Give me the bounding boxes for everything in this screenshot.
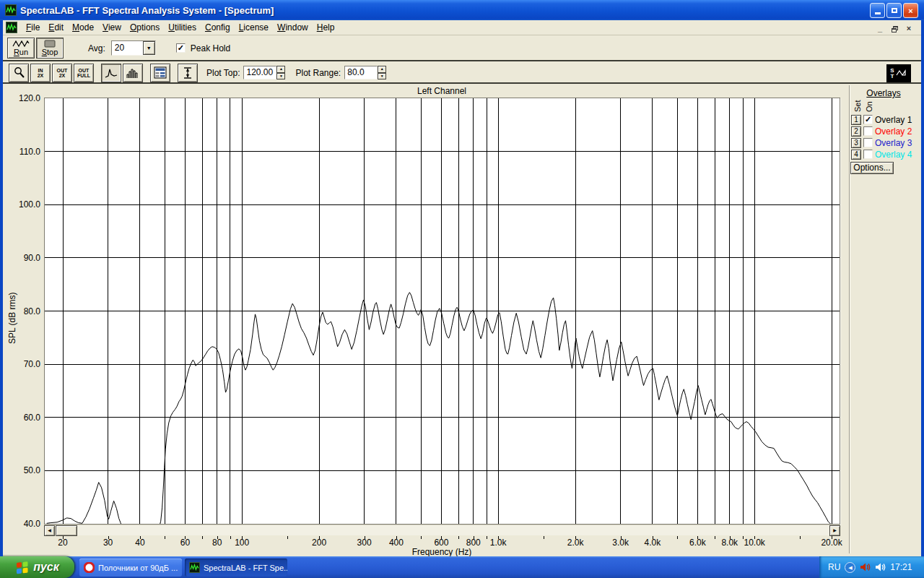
task-label: Полочники от 90дБ ... bbox=[98, 564, 178, 572]
taskbar: пуск Полочники от 90дБ ... SpectraLAB - … bbox=[0, 556, 924, 578]
y-tick-label: 70.0 bbox=[6, 359, 40, 369]
clock: 17:21 bbox=[890, 562, 912, 572]
check-icon: ✓ bbox=[178, 43, 184, 52]
spectrum-chart bbox=[45, 98, 840, 524]
overlay-row: 1 ✓ Overlay 1 bbox=[851, 114, 912, 125]
overlay-3-label: Overlay 3 bbox=[875, 138, 912, 148]
overlay-4-label: Overlay 4 bbox=[875, 150, 912, 160]
scroll-left-button[interactable]: ◀ bbox=[44, 525, 55, 536]
chevron-down-icon[interactable]: ▼ bbox=[143, 41, 155, 55]
speaker-icon[interactable] bbox=[875, 562, 886, 572]
overlay-4-checkbox[interactable] bbox=[863, 150, 873, 159]
menu-utilities[interactable]: Utilities bbox=[164, 21, 201, 34]
desktop: SpectraLAB - FFT Spectral Analysis Syste… bbox=[0, 0, 924, 578]
avg-value: 20 bbox=[112, 41, 143, 55]
overlay-2-checkbox[interactable] bbox=[863, 126, 873, 136]
taskbar-item-browser[interactable]: Полочники от 90дБ ... bbox=[79, 558, 182, 577]
avg-combobox[interactable]: 20 ▼ bbox=[111, 40, 156, 56]
x-tick-label: 20 bbox=[41, 538, 84, 548]
transport-toolbar: Run Stop Avg: 20 ▼ ✓ Peak Hold bbox=[3, 36, 921, 61]
app-icon bbox=[5, 4, 17, 16]
line-plot-view-button[interactable] bbox=[101, 64, 121, 82]
title-bar[interactable]: SpectraLAB - FFT Spectral Analysis Syste… bbox=[0, 0, 924, 20]
window-title: SpectraLAB - FFT Spectral Analysis Syste… bbox=[20, 5, 274, 16]
menu-help[interactable]: Help bbox=[313, 21, 339, 34]
zoom-out-full-button[interactable]: OUT FULL bbox=[74, 64, 94, 82]
overlay-options-button[interactable]: Options... bbox=[850, 162, 894, 174]
overlay-4-set-button[interactable]: 4 bbox=[851, 150, 861, 160]
spin-down-icon[interactable]: ▼ bbox=[378, 73, 386, 80]
spectralab-window: SpectraLAB - FFT Spectral Analysis Syste… bbox=[0, 0, 924, 556]
volume-app-icon[interactable] bbox=[860, 562, 871, 572]
zoom-button[interactable] bbox=[9, 64, 29, 82]
zoom-out-2x-button[interactable]: OUT 2X bbox=[52, 64, 72, 82]
maximize-button[interactable] bbox=[886, 3, 902, 18]
spectrum-plot[interactable] bbox=[44, 98, 840, 525]
plot-range-spinner[interactable]: ▲▼ bbox=[378, 66, 386, 79]
y-tick-label: 110.0 bbox=[6, 147, 40, 157]
menu-window[interactable]: Window bbox=[273, 21, 313, 34]
start-label: пуск bbox=[33, 561, 59, 574]
x-axis-label: Frequency (Hz) bbox=[334, 547, 550, 557]
stop-button[interactable]: Stop bbox=[36, 38, 64, 59]
mdi-minimize-button[interactable]: _ bbox=[875, 23, 885, 33]
menu-mode[interactable]: Mode bbox=[68, 21, 98, 34]
overlay-1-set-button[interactable]: 1 bbox=[851, 115, 861, 125]
stop-icon bbox=[41, 40, 58, 48]
overlay-2-label: Overlay 2 bbox=[875, 126, 912, 137]
overlay-2-set-button[interactable]: 2 bbox=[851, 126, 861, 137]
menu-file[interactable]: File bbox=[22, 21, 44, 34]
x-tick-mark bbox=[287, 536, 288, 539]
menu-view[interactable]: View bbox=[98, 21, 126, 34]
menu-options[interactable]: Options bbox=[126, 21, 164, 34]
spin-down-icon[interactable]: ▼ bbox=[276, 73, 285, 80]
mdi-close-button[interactable]: × bbox=[904, 23, 914, 33]
arrow-right-icon: ▶ bbox=[833, 528, 837, 532]
menu-edit[interactable]: Edit bbox=[44, 21, 68, 34]
plot-toolbar: IN 2X OUT 2X OUT FULL Plot bbox=[3, 63, 921, 84]
zoom-in-2x-button[interactable]: IN 2X bbox=[30, 64, 51, 82]
scale-range-button[interactable] bbox=[178, 64, 198, 82]
display-settings-button[interactable] bbox=[150, 64, 170, 82]
bar-plot-view-button[interactable] bbox=[123, 64, 143, 82]
x-tick-label: 20.0k bbox=[810, 538, 853, 548]
overlay-row: 2 Overlay 2 bbox=[851, 126, 912, 137]
scroll-right-button[interactable]: ▶ bbox=[829, 525, 840, 536]
run-button[interactable]: Run bbox=[7, 38, 35, 59]
scrollbar-thumb[interactable] bbox=[56, 525, 77, 536]
plot-top-spinner[interactable]: ▲▼ bbox=[276, 66, 285, 79]
start-button[interactable]: пуск bbox=[0, 556, 74, 578]
plot-top-input[interactable]: 120.00 bbox=[243, 66, 276, 79]
hide-icons-button[interactable]: ◀ bbox=[845, 562, 855, 573]
magnifier-icon bbox=[13, 66, 25, 79]
mdi-restore-button[interactable] bbox=[889, 23, 899, 33]
signal-generator-icon[interactable]: ST bbox=[886, 64, 911, 82]
overlay-1-label: Overlay 1 bbox=[875, 115, 912, 125]
close-button[interactable]: × bbox=[903, 3, 918, 18]
menu-license[interactable]: License bbox=[235, 21, 273, 34]
overlay-3-set-button[interactable]: 3 bbox=[851, 138, 861, 148]
minimize-button[interactable] bbox=[870, 3, 885, 18]
plot-hscrollbar[interactable]: ◀ ▶ bbox=[44, 525, 840, 535]
x-tick-label: 200 bbox=[297, 538, 341, 548]
spin-up-icon[interactable]: ▲ bbox=[276, 66, 285, 73]
display-panel-icon bbox=[154, 66, 167, 79]
window-border-right bbox=[921, 20, 924, 556]
overlays-on-label: On bbox=[865, 101, 873, 112]
bars-icon bbox=[126, 67, 139, 79]
x-tick-label: 40 bbox=[118, 538, 162, 548]
overlays-title[interactable]: Overlays bbox=[860, 88, 907, 98]
spectralab-icon bbox=[189, 562, 200, 573]
spin-up-icon[interactable]: ▲ bbox=[378, 66, 386, 73]
peak-curve-icon bbox=[105, 67, 118, 79]
language-indicator[interactable]: RU bbox=[828, 562, 840, 572]
menu-config[interactable]: Config bbox=[201, 21, 235, 34]
taskbar-item-spectralab[interactable]: SpectraLAB - FFT Spe... bbox=[185, 558, 287, 577]
plot-range-input[interactable]: 80.0 bbox=[344, 66, 378, 79]
mdi-document-icon[interactable] bbox=[6, 22, 17, 33]
x-tick-mark bbox=[544, 536, 544, 539]
overlay-3-checkbox[interactable] bbox=[863, 138, 873, 147]
overlay-1-checkbox[interactable]: ✓ bbox=[863, 115, 873, 124]
peak-hold-checkbox[interactable]: ✓ bbox=[176, 43, 186, 53]
waveform-icon bbox=[12, 40, 30, 48]
